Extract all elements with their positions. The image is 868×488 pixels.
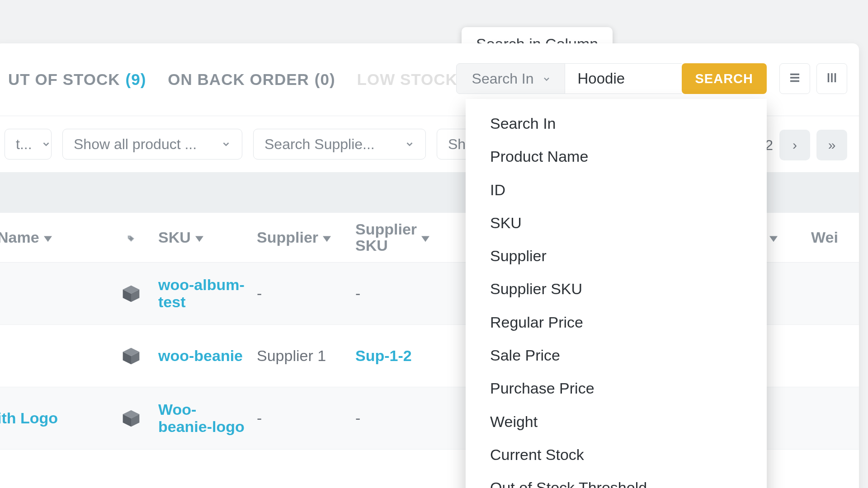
svg-marker-8: [195, 236, 203, 242]
dropdown-item[interactable]: SKU: [466, 206, 767, 239]
tab-out-of-stock[interactable]: UT OF STOCK (9): [8, 70, 146, 89]
dropdown-item[interactable]: Out of Stock Threshold: [466, 471, 767, 488]
tab-label: UT OF STOCK: [8, 70, 120, 89]
columns-view-button[interactable]: [816, 63, 847, 94]
tab-label: ON BACK ORDER: [168, 70, 309, 89]
tag-icon: [127, 229, 135, 246]
list-icon: [788, 71, 802, 86]
dropdown-item[interactable]: Search In: [466, 107, 767, 140]
cell-supplier: -: [257, 409, 355, 427]
col-tag[interactable]: [104, 229, 158, 246]
dropdown-item[interactable]: Supplier: [466, 239, 767, 272]
cell-supplier-sku[interactable]: -: [355, 285, 454, 302]
sku-line2: test: [158, 294, 257, 310]
status-tabs: UT OF STOCK (9) ON BACK ORDER (0) LOW ST…: [8, 70, 458, 89]
sku-line1: woo-beanie: [158, 347, 257, 364]
cell-sku[interactable]: woo-album- test: [158, 277, 257, 310]
cell-supplier: Supplier 1: [257, 347, 355, 365]
col-supplier[interactable]: Supplier: [257, 229, 355, 246]
columns-icon: [825, 71, 839, 86]
cell-sku[interactable]: woo-beanie: [158, 347, 257, 364]
product-box-icon: [104, 284, 158, 304]
sku-line1: woo-album-: [158, 277, 257, 293]
col-label: Supplier: [257, 229, 318, 246]
col-supplier-sku[interactable]: Supplier SKU: [355, 221, 454, 253]
filter-label: t...: [16, 136, 32, 153]
svg-point-7: [129, 237, 130, 238]
product-box-icon: [104, 408, 158, 428]
dropdown-item[interactable]: Regular Price: [466, 306, 767, 339]
chevron-down-icon: [221, 136, 231, 153]
svg-marker-9: [323, 236, 331, 242]
filter-label: Show all product ...: [74, 136, 197, 153]
sku-line2: beanie-logo: [158, 418, 257, 435]
search-button[interactable]: SEARCH: [682, 63, 767, 94]
cell-supplier-sku[interactable]: Sup-1-2: [355, 347, 454, 365]
dropdown-item[interactable]: Weight: [466, 405, 767, 438]
dropdown-item[interactable]: Supplier SKU: [466, 272, 767, 305]
sort-caret-icon: [195, 229, 203, 246]
tab-count: (0): [315, 70, 335, 89]
chevron-down-icon: [41, 136, 51, 153]
search-in-dropdown: Search In Product Name ID SKU Supplier S…: [466, 99, 767, 488]
filter-label: Sh: [448, 136, 466, 153]
dropdown-item[interactable]: Purchase Price: [466, 372, 767, 405]
chevron-down-icon: [542, 70, 551, 87]
tab-label: LOW STOCK: [357, 70, 458, 89]
cell-supplier-sku[interactable]: -: [355, 409, 454, 427]
col-label: Wei: [811, 229, 838, 246]
filter-truncated-1[interactable]: t...: [5, 129, 52, 160]
product-box-icon: [104, 346, 158, 366]
chevron-down-icon: [405, 136, 415, 153]
search-input[interactable]: [565, 63, 682, 94]
col-weight-partial[interactable]: Wei: [811, 229, 847, 246]
col-label-line1: Supplier: [355, 221, 417, 238]
col-label: SKU: [158, 229, 191, 246]
tab-count: (9): [126, 70, 146, 89]
sort-caret-icon: [421, 229, 429, 246]
tab-back-order[interactable]: ON BACK ORDER (0): [168, 70, 335, 89]
search-in-dropdown-button[interactable]: Search In: [456, 63, 565, 94]
cell-sku[interactable]: Woo- beanie-logo: [158, 401, 257, 435]
svg-marker-6: [44, 236, 52, 242]
col-name[interactable]: Name: [0, 229, 104, 246]
search-in-label: Search In: [472, 70, 534, 87]
filter-product-type[interactable]: Show all product ...: [62, 129, 242, 160]
svg-marker-11: [769, 236, 778, 242]
cell-supplier: -: [257, 285, 355, 302]
col-sku[interactable]: SKU: [158, 229, 257, 246]
col-label-stack: Supplier SKU: [355, 221, 417, 253]
sort-caret-icon: [323, 229, 331, 246]
dropdown-item[interactable]: Sale Price: [466, 339, 767, 372]
ssku-value: -: [355, 285, 360, 302]
page-next-button[interactable]: ›: [779, 130, 810, 160]
dropdown-item[interactable]: ID: [466, 174, 767, 206]
search-cluster: Search In SEARCH: [456, 63, 847, 94]
dropdown-item[interactable]: Product Name: [466, 140, 767, 173]
pagination: 2 › »: [765, 130, 847, 160]
dropdown-item[interactable]: Current Stock: [466, 438, 767, 471]
sort-caret-icon: [44, 229, 52, 246]
page-last-button[interactable]: »: [816, 130, 847, 160]
filter-label: Search Supplie...: [264, 136, 375, 153]
list-view-button[interactable]: [779, 63, 810, 94]
tab-low-stock[interactable]: LOW STOCK: [357, 70, 458, 89]
col-label-line2: SKU: [355, 238, 417, 254]
sort-caret-icon: [769, 229, 778, 246]
svg-marker-10: [421, 236, 429, 242]
col-label: Name: [0, 229, 39, 246]
sku-line1: Woo-: [158, 401, 257, 418]
ssku-value: -: [355, 409, 360, 427]
cell-name: ith Logo: [0, 409, 104, 427]
filter-supplier[interactable]: Search Supplie...: [253, 129, 426, 160]
